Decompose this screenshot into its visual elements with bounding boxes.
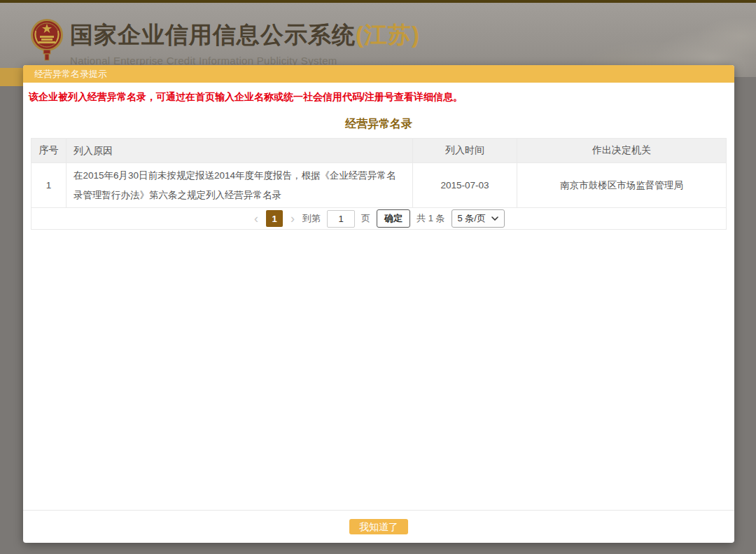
cell-authority: 南京市鼓楼区市场监督管理局	[517, 163, 726, 207]
table-row: 1 在2015年6月30日前未按规定报送2014年度年度报告，根据《企业经营异常…	[31, 162, 726, 207]
cell-reason: 在2015年6月30日前未按规定报送2014年度年度报告，根据《企业经营异常名录…	[66, 163, 412, 207]
pagination: ‹ 1 › 到第 页 确定 共 1 条 5 条/页	[31, 207, 727, 230]
header-cell-reason: 列入原因	[66, 139, 412, 162]
modal-footer: 我知道了	[23, 510, 734, 543]
goto-page-label: 到第	[302, 212, 321, 225]
next-page-icon[interactable]: ›	[289, 212, 296, 225]
cell-index: 1	[31, 163, 66, 207]
header-cell-authority: 作出决定机关	[517, 139, 726, 162]
page-size-select[interactable]: 5 条/页	[451, 209, 505, 228]
page-unit-label: 页	[361, 212, 370, 225]
cell-date: 2015-07-03	[412, 163, 517, 207]
chevron-down-icon	[491, 216, 498, 221]
national-emblem-logo	[30, 18, 64, 62]
nav-bar-stub	[0, 68, 23, 86]
screen: 国家企业信用信息公示系统(江苏) National Enterprise Cre…	[0, 0, 756, 554]
table-title: 经营异常名录	[23, 117, 734, 132]
abnormal-list-modal: 经营异常名录提示 该企业被列入经营异常名录，可通过在首页输入企业名称或统一社会信…	[23, 65, 734, 543]
site-title-region: (江苏)	[356, 22, 420, 48]
warning-text: 该企业被列入经营异常名录，可通过在首页输入企业名称或统一社会信用代码/注册号查看…	[29, 91, 729, 104]
acknowledge-button[interactable]: 我知道了	[349, 519, 408, 534]
site-titles: 国家企业信用信息公示系统(江苏) National Enterprise Cre…	[70, 20, 420, 67]
confirm-page-button[interactable]: 确定	[377, 209, 410, 228]
modal-title: 经营异常名录提示	[23, 65, 734, 83]
abnormal-list-table: 序号 列入原因 列入时间 作出决定机关 1 在2015年6月30日前未按规定报送…	[31, 138, 727, 207]
page-size-value: 5 条/页	[458, 212, 486, 225]
header-cell-date: 列入时间	[412, 139, 517, 162]
current-page-button[interactable]: 1	[266, 210, 283, 227]
site-title-main: 国家企业信用信息公示系统	[70, 22, 356, 48]
header-cell-index: 序号	[31, 139, 66, 162]
table-header-row: 序号 列入原因 列入时间 作出决定机关	[31, 139, 726, 162]
site-title: 国家企业信用信息公示系统(江苏)	[70, 20, 420, 51]
total-count-label: 共 1 条	[416, 212, 444, 225]
goto-page-input[interactable]	[327, 210, 355, 228]
prev-page-icon[interactable]: ‹	[253, 212, 260, 225]
